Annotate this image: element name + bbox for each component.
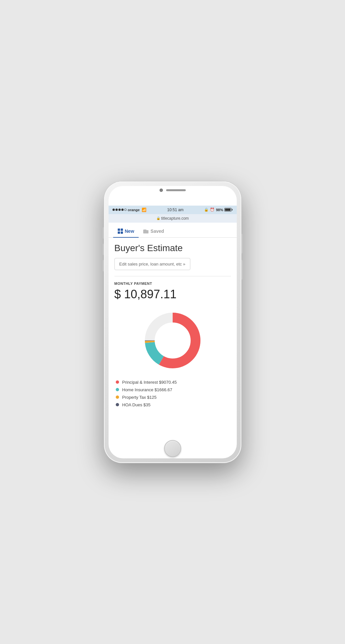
status-bar: orange 📶 10:51 am 🔒 ⏰ 98% xyxy=(109,206,237,214)
legend-dot-3 xyxy=(116,403,119,406)
url-bar[interactable]: 🔒 titlecapture.com xyxy=(109,214,237,223)
legend: Principal & Interest $9070.45 Home Insur… xyxy=(114,380,231,407)
legend-label-3: HOA Dues $35 xyxy=(122,402,151,407)
tab-new[interactable]: New xyxy=(113,225,139,238)
legend-label-0: Principal & Interest $9070.45 xyxy=(122,380,177,385)
grid-icon xyxy=(118,229,123,234)
monthly-amount: $ 10,897.11 xyxy=(114,287,231,301)
signal-dot-1 xyxy=(112,209,115,211)
speaker xyxy=(166,189,186,191)
camera xyxy=(160,189,163,192)
url-text: 🔒 titlecapture.com xyxy=(156,216,189,221)
page-body: Buyer's Estimate Edit sales price, loan … xyxy=(109,238,237,415)
legend-item-0: Principal & Interest $9070.45 xyxy=(116,380,230,385)
tab-new-label: New xyxy=(125,229,134,234)
divider xyxy=(114,276,231,276)
battery-percent: 98% xyxy=(216,208,223,212)
battery-fill xyxy=(225,209,230,211)
signal-dot-3 xyxy=(118,209,121,211)
tab-bar: New Saved xyxy=(109,225,237,238)
tab-saved-label: Saved xyxy=(150,229,164,234)
status-left: orange 📶 xyxy=(112,208,147,212)
edit-button[interactable]: Edit sales price, loan amount, etc » xyxy=(114,258,190,270)
grid-cell-4 xyxy=(121,231,123,234)
legend-item-1: Home Insurance $1666.67 xyxy=(116,387,230,392)
url-lock-icon: 🔒 xyxy=(156,216,160,220)
alarm-icon: ⏰ xyxy=(210,208,215,212)
signal-dots xyxy=(112,209,127,211)
folder-icon xyxy=(143,229,148,233)
signal-dot-2 xyxy=(115,209,118,211)
phone-inner: orange 📶 10:51 am 🔒 ⏰ 98% xyxy=(109,186,237,458)
legend-dot-2 xyxy=(116,396,119,399)
screen: orange 📶 10:51 am 🔒 ⏰ 98% xyxy=(109,206,237,432)
legend-label-2: Property Tax $125 xyxy=(122,395,157,400)
signal-dot-4 xyxy=(121,209,124,211)
signal-dot-5 xyxy=(124,209,127,211)
carrier-name: orange xyxy=(128,208,140,212)
grid-cell-1 xyxy=(118,229,120,231)
monthly-label: MONTHLY PAYMENT xyxy=(114,282,231,285)
page-title: Buyer's Estimate xyxy=(114,243,231,253)
home-button[interactable] xyxy=(164,440,181,457)
url-domain: titlecapture.com xyxy=(161,216,189,221)
legend-item-3: HOA Dues $35 xyxy=(116,402,230,407)
wifi-icon: 📶 xyxy=(142,208,147,212)
app-content: New Saved Buyer's Estimate Edit sales pr… xyxy=(109,223,237,432)
legend-dot-0 xyxy=(116,380,119,384)
battery-body xyxy=(224,208,232,212)
battery-tip xyxy=(232,209,233,211)
legend-item-2: Property Tax $125 xyxy=(116,395,230,400)
legend-label-1: Home Insurance $1666.67 xyxy=(122,387,172,392)
lock-icon: 🔒 xyxy=(204,208,209,212)
battery-indicator xyxy=(224,208,233,212)
chart-container xyxy=(114,308,231,373)
phone-frame: orange 📶 10:51 am 🔒 ⏰ 98% xyxy=(104,181,241,463)
edit-button-text: Edit sales price, loan amount, etc » xyxy=(119,262,185,267)
phone-top-bar xyxy=(160,189,186,192)
status-time: 10:51 am xyxy=(167,208,183,212)
grid-cell-3 xyxy=(118,231,120,234)
tab-saved[interactable]: Saved xyxy=(139,225,168,238)
donut-chart xyxy=(140,308,205,373)
status-right: 🔒 ⏰ 98% xyxy=(204,208,233,212)
legend-dot-1 xyxy=(116,388,119,391)
grid-cell-2 xyxy=(121,229,123,231)
